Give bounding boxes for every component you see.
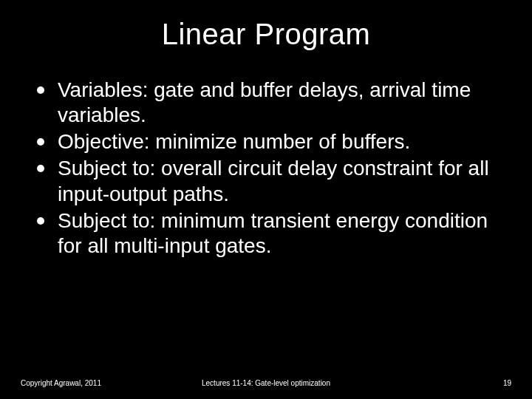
bullet-icon <box>37 165 44 172</box>
list-item: Subject to: minimum transient energy con… <box>35 208 502 259</box>
bullet-text: Variables: gate and buffer delays, arriv… <box>58 78 471 126</box>
bullet-text: Objective: minimize number of buffers. <box>58 130 410 153</box>
bullet-icon <box>37 138 44 146</box>
slide: Linear Program Variables: gate and buffe… <box>0 0 532 399</box>
footer-lecture: Lectures 11-14: Gate-level optimization <box>0 379 532 387</box>
slide-title: Linear Program <box>30 18 502 51</box>
bullet-list: Variables: gate and buffer delays, arriv… <box>30 78 502 259</box>
list-item: Variables: gate and buffer delays, arriv… <box>35 78 502 128</box>
bullet-icon <box>37 217 44 225</box>
list-item: Subject to: overall circuit delay constr… <box>35 156 502 206</box>
bullet-text: Subject to: overall circuit delay constr… <box>58 157 489 205</box>
bullet-icon <box>37 86 44 94</box>
footer-page-number: 19 <box>503 379 511 387</box>
bullet-text: Subject to: minimum transient energy con… <box>58 209 488 257</box>
list-item: Objective: minimize number of buffers. <box>35 129 502 154</box>
